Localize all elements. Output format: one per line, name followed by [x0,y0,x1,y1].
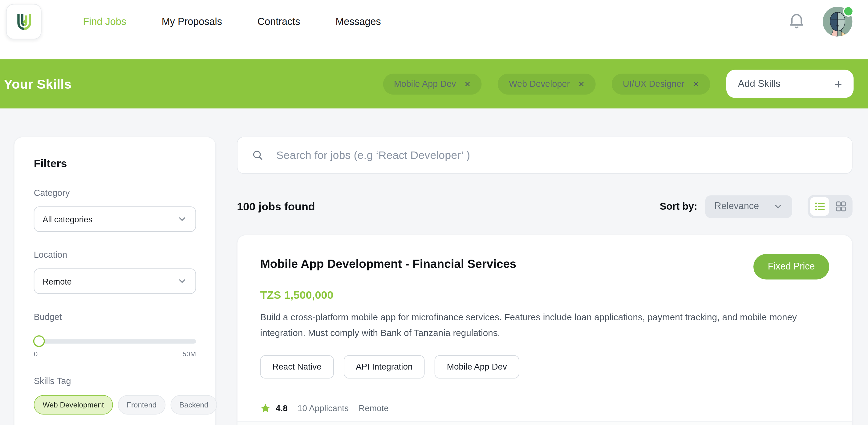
top-nav: Find Jobs My Proposals Contracts Message… [0,0,868,59]
filters-panel: Filters Category All categories Location… [14,137,216,425]
add-skills-button[interactable]: Add Skills + [726,70,854,98]
plus-icon: + [834,80,842,88]
list-view-icon [813,200,826,212]
main-nav: Find Jobs My Proposals Contracts Message… [83,16,381,27]
search-icon [252,149,264,161]
tag-chip-web-development[interactable]: Web Development [34,395,113,415]
job-tag-react-native[interactable]: React Native [260,355,334,378]
remove-skill-icon[interactable]: ✕ [693,80,699,88]
budget-min-label: 0 [34,350,38,358]
app-viewport: Find Jobs My Proposals Contracts Message… [0,0,868,425]
your-skills-banner: Your Skills Mobile App Dev ✕ Web Develop… [0,59,868,109]
skill-chip-label: Mobile App Dev [394,79,456,89]
results-column: 100 jobs found Sort by: Relevance [237,137,852,425]
job-tag-api-integration[interactable]: API Integration [344,355,425,378]
location-select[interactable]: Remote [34,268,196,294]
star-icon [260,403,271,413]
add-skills-label: Add Skills [738,78,780,90]
budget-range-labels: 0 50M [34,350,196,358]
sort-group: Sort by: Relevance [660,195,852,218]
view-mode-toggle [808,195,852,218]
tag-chip-backend[interactable]: Backend [170,395,217,415]
skill-chip-label: Web Developer [509,79,570,89]
job-location: Remote [359,403,389,413]
grid-view-button[interactable] [831,197,850,216]
job-tag-mobile-app-dev[interactable]: Mobile App Dev [435,355,519,378]
job-posted-footer: Posted 2 hours ago [238,421,852,425]
jobs-found-count: 100 jobs found [237,200,315,213]
grid-view-icon [834,200,847,212]
sort-value: Relevance [715,201,759,212]
nav-item-my-proposals[interactable]: My Proposals [162,16,222,27]
job-tag-list: React Native API Integration Mobile App … [260,355,830,378]
results-toolbar: 100 jobs found Sort by: Relevance [237,195,852,218]
chevron-down-icon [177,276,187,286]
location-label: Location [34,250,196,260]
skill-chip-web-developer[interactable]: Web Developer ✕ [498,73,596,94]
skills-tag-label: Skills Tag [34,376,196,386]
budget-slider[interactable] [34,335,196,348]
brand-logo[interactable] [6,4,41,39]
remove-skill-icon[interactable]: ✕ [464,80,471,88]
budget-slider-track[interactable] [34,339,196,343]
job-search-bar [237,137,852,174]
skill-chip-label: UI/UX Designer [623,79,684,89]
job-type-badge: Fixed Price [753,254,829,280]
banner-title: Your Skills [4,76,72,91]
skills-tag-chips: Web Development Frontend Backend [34,395,196,415]
job-price: TZS 1,500,000 [260,289,830,302]
nav-item-messages[interactable]: Messages [335,16,381,27]
sort-select[interactable]: Relevance [705,195,792,218]
user-avatar[interactable] [823,7,852,37]
location-value: Remote [42,277,71,286]
job-card[interactable]: Mobile App Development - Financial Servi… [237,235,852,425]
nav-item-find-jobs[interactable]: Find Jobs [83,16,126,27]
tag-chip-frontend[interactable]: Frontend [118,395,165,415]
skill-chip-list: Mobile App Dev ✕ Web Developer ✕ UI/UX D… [383,73,710,94]
job-applicants: 10 Applicants [298,403,349,413]
remove-skill-icon[interactable]: ✕ [578,80,585,88]
filters-title: Filters [34,157,196,170]
job-meta-row: 4.8 10 Applicants Remote [260,403,830,413]
category-value: All categories [42,214,92,224]
list-view-button[interactable] [810,197,829,216]
budget-label: Budget [34,312,196,322]
job-title[interactable]: Mobile App Development - Financial Servi… [260,257,517,271]
u-logo-icon [12,9,36,34]
bell-icon[interactable] [787,12,806,31]
online-status-dot [843,6,854,17]
job-description: Build a cross-platform mobile app for mi… [260,310,805,340]
skill-chip-mobile-app-dev[interactable]: Mobile App Dev ✕ [383,73,482,94]
budget-max-label: 50M [182,350,196,358]
job-rating: 4.8 [276,403,288,413]
sort-by-label: Sort by: [660,201,698,212]
chevron-down-icon [773,202,783,211]
category-label: Category [34,188,196,198]
budget-slider-thumb[interactable] [33,335,45,347]
skill-chip-uiux-designer[interactable]: UI/UX Designer ✕ [612,73,710,94]
search-input[interactable] [275,148,838,162]
chevron-down-icon [177,214,187,224]
nav-item-contracts[interactable]: Contracts [257,16,300,27]
page-content: Filters Category All categories Location… [0,109,868,425]
category-select[interactable]: All categories [34,206,196,232]
